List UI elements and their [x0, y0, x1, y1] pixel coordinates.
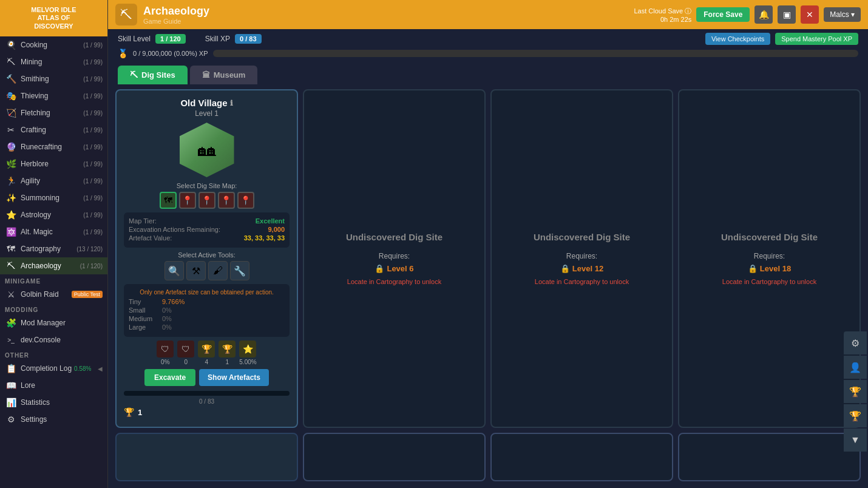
- sidebar-item-dev-console[interactable]: >_ dev.Console: [0, 331, 107, 348]
- select-map-label: Select Dig Site Map:: [124, 182, 290, 189]
- artefact-medium-chance: 0%: [162, 315, 172, 322]
- right-panel-settings-btn[interactable]: ⚙: [844, 331, 867, 354]
- map-icon-1[interactable]: 📍: [179, 192, 196, 209]
- xp-coin-icon: 🏅: [118, 49, 128, 58]
- mining-icon: ⛏: [5, 56, 17, 68]
- sidebar-item-dev-label: dev.Console: [21, 336, 103, 344]
- sidebar-item-statistics-label: Statistics: [21, 398, 103, 407]
- map-icon-3[interactable]: 📍: [218, 192, 235, 209]
- tab-museum[interactable]: 🏛 Museum: [190, 66, 258, 84]
- sidebar-item-smithing[interactable]: 🔨 Smithing (1 / 99): [0, 70, 107, 87]
- tool-2[interactable]: 🖌: [208, 261, 228, 280]
- sidebar-item-lore[interactable]: 📖 Lore: [0, 377, 107, 394]
- completion-log-chevron: ◀: [98, 365, 103, 372]
- close-button[interactable]: ✕: [801, 5, 819, 24]
- modding-section-label: MODDING: [0, 303, 107, 314]
- artefact-large-row: Large 0%: [129, 324, 285, 331]
- sidebar-item-mining-label: Mining: [21, 58, 81, 66]
- tab-dig-sites[interactable]: ⛏ Dig Sites: [118, 66, 188, 84]
- badge-1-value: 0: [185, 359, 188, 365]
- sidebar-item-completion-log[interactable]: 📋 Completion Log 0.58% ◀: [0, 360, 107, 377]
- header-skill-icon: ⛏: [115, 4, 137, 25]
- tool-1[interactable]: ⚒: [186, 261, 206, 280]
- right-panel-trophy-btn-1[interactable]: 🏆: [844, 380, 867, 403]
- right-panel-trophy-btn-2[interactable]: 🏆: [844, 404, 867, 427]
- badge-3: 🏆 1: [219, 341, 236, 365]
- map-tier-label: Map Tier:: [129, 217, 157, 225]
- tool-0[interactable]: 🔍: [164, 261, 184, 280]
- bottom-card-4: [678, 433, 861, 481]
- map-icon-4[interactable]: 📍: [237, 192, 254, 209]
- spend-mastery-button[interactable]: Spend Mastery Pool XP: [775, 33, 858, 45]
- sidebar-item-archaeology-label: Archaeology: [21, 262, 78, 270]
- summoning-icon: ✨: [5, 192, 17, 204]
- astrology-icon: ⭐: [5, 209, 17, 221]
- sidebar-logo: MELVOR IDLEATLAS OFDISCOVERY: [0, 0, 107, 36]
- sidebar-item-agility-label: Agility: [21, 177, 81, 185]
- artefact-value-label: Artefact Value:: [129, 234, 172, 242]
- tool-3[interactable]: 🔧: [230, 261, 249, 280]
- skill-bar: Skill Level 1 / 120 Skill XP 0 / 83 View…: [108, 29, 868, 47]
- sidebar-item-agility[interactable]: 🏃 Agility (1 / 99): [0, 172, 107, 189]
- map-tier-value: Excellent: [256, 217, 285, 225]
- sidebar-item-fletching[interactable]: 🏹 Fletching (1 / 99): [0, 104, 107, 121]
- sidebar-item-archaeology[interactable]: ⛏ Archaeology (1 / 120): [0, 257, 107, 274]
- excavate-button[interactable]: Excavate: [144, 369, 195, 386]
- sidebar-item-thieving[interactable]: 🎭 Thieving (1 / 99): [0, 87, 107, 104]
- undiscovered-card-1: Undiscovered Dig Site Requires: 🔒 Level …: [303, 89, 486, 428]
- sidebar-item-runecrafting[interactable]: 🔮 Runecrafting (1 / 99): [0, 138, 107, 155]
- show-artefacts-button[interactable]: Show Artefacts: [199, 369, 269, 386]
- fletching-icon: 🏹: [5, 107, 17, 119]
- sidebar-item-astrology[interactable]: ⭐ Astrology (1 / 99): [0, 206, 107, 223]
- map-icon-0[interactable]: 🗺: [160, 192, 177, 209]
- badge-0-value: 0%: [161, 359, 169, 365]
- right-panel-user-btn[interactable]: 👤: [844, 356, 867, 379]
- header-right: Last Cloud Save ⓘ 0h 2m 22s Force Save 🔔…: [634, 5, 861, 24]
- card-progress-bar: [124, 391, 290, 396]
- old-village-info-icon[interactable]: ℹ: [230, 99, 233, 107]
- right-panel-chevron-btn[interactable]: ▼: [844, 429, 867, 452]
- artefact-large-label: Large: [129, 324, 162, 331]
- notification-button[interactable]: 🔔: [754, 5, 773, 24]
- badge-4: ⭐ 5.00%: [239, 341, 256, 365]
- username-button[interactable]: Malcs ▾: [824, 7, 861, 22]
- level-req-2: 🔒 Level 12: [560, 264, 603, 273]
- artefact-value: 33, 33, 33, 33: [244, 234, 285, 242]
- other-section-label: OTHER: [0, 348, 107, 360]
- level-req-value-1: Level 6: [387, 264, 413, 273]
- sidebar-item-cooking[interactable]: 🍳 Cooking (1 / 99): [0, 36, 107, 53]
- dark-mode-button[interactable]: ▣: [778, 5, 796, 24]
- view-checkpoints-button[interactable]: View Checkpoints: [705, 33, 770, 45]
- sidebar-item-cartography[interactable]: 🗺 Cartography (13 / 120): [0, 240, 107, 257]
- map-icon-2[interactable]: 📍: [198, 192, 215, 209]
- level-req-icon-3: 🔒: [748, 264, 758, 273]
- trophy-row: 🏆 1: [124, 405, 290, 419]
- undiscovered-title-1: Undiscovered Dig Site: [346, 232, 442, 242]
- sidebar-item-herblore[interactable]: 🌿 Herblore (1 / 99): [0, 155, 107, 172]
- artefact-chances-box: Only one Artefact size can be obtained p…: [124, 284, 290, 337]
- sidebar-item-mining[interactable]: ⛏ Mining (1 / 99): [0, 53, 107, 70]
- force-save-button[interactable]: Force Save: [696, 7, 750, 22]
- sidebar-item-alt-magic-count: (1 / 99): [83, 229, 103, 236]
- right-panel: ⚙ 👤 🏆 🏆 ▼: [844, 331, 868, 452]
- sidebar-item-golbin-raid[interactable]: ⚔ Golbin Raid Public Test: [0, 286, 107, 303]
- sidebar-item-alt-magic-label: Alt. Magic: [21, 228, 81, 236]
- sidebar-item-mod-manager[interactable]: 🧩 Mod Manager: [0, 314, 107, 331]
- sidebar-item-settings-label: Settings: [21, 415, 103, 424]
- minigame-section-label: MINIGAME: [0, 274, 107, 286]
- sidebar-item-crafting[interactable]: ✂ Crafting (1 / 99): [0, 121, 107, 138]
- badge-1: 🛡 0: [177, 341, 194, 365]
- sidebar-item-fletching-label: Fletching: [21, 109, 81, 117]
- sidebar-item-cartography-label: Cartography: [21, 245, 74, 253]
- sidebar-item-herblore-count: (1 / 99): [83, 161, 103, 168]
- sidebar-item-summoning[interactable]: ✨ Summoning (1 / 99): [0, 189, 107, 206]
- artefact-small-row: Small 0%: [129, 307, 285, 314]
- sidebar-item-alt-magic[interactable]: 🔯 Alt. Magic (1 / 99): [0, 223, 107, 240]
- archaeology-icon: ⛏: [5, 260, 17, 272]
- sidebar-item-settings[interactable]: ⚙ Settings: [0, 411, 107, 428]
- badge-2-value: 4: [205, 359, 209, 365]
- tab-bar: ⛏ Dig Sites 🏛 Museum: [108, 62, 868, 84]
- artefact-small-label: Small: [129, 307, 162, 314]
- sidebar-item-statistics[interactable]: 📊 Statistics: [0, 394, 107, 411]
- sidebar-item-runecrafting-label: Runecrafting: [21, 143, 81, 151]
